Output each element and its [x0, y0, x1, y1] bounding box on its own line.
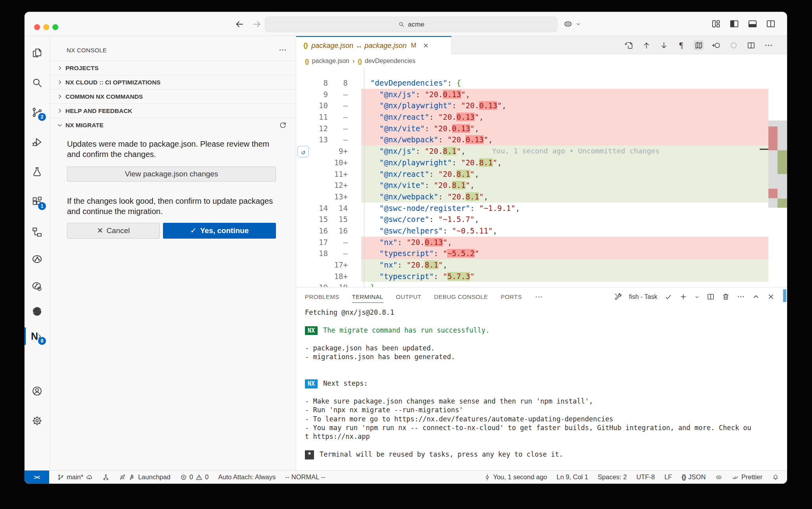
diff-line-added[interactable]: 18+ "typescript": "5.7.3" — [296, 271, 787, 282]
sidebar-section-common-commands[interactable]: COMMON NX COMMANDS — [50, 89, 296, 103]
diff-line-removed[interactable]: 11— "@nx/react": "20.0.13", — [296, 111, 787, 123]
panel-tab-ports[interactable]: PORTS — [501, 287, 522, 306]
tab-package-json-diff[interactable]: {} package.json ↔ package.json M — [296, 36, 452, 54]
diff-line-added[interactable]: 10+ "@nx/playwright": "20.8.1", — [296, 157, 787, 168]
diff-line-removed[interactable]: 18— "typescript": "~5.5.2" — [296, 248, 787, 259]
breadcrumb-symbol[interactable]: devDependencies — [365, 57, 416, 65]
diff-line-added[interactable]: 17+ "nx": "20.8.1", — [296, 259, 787, 271]
status-item-copilot-status[interactable] — [715, 474, 722, 481]
sidebar-section-nx-migrate[interactable]: NX MIGRATE — [50, 118, 296, 132]
close-panel-icon[interactable] — [767, 293, 775, 301]
sidebar-section-help-feedback[interactable]: HELP AND FEEDBACK — [50, 103, 296, 118]
status-item-auto-attach[interactable]: Auto Attach: Always — [218, 473, 276, 481]
diff-line-context[interactable]: 88 "devDependencies": { — [296, 77, 787, 89]
cancel-button[interactable]: ✕ Cancel — [67, 223, 160, 239]
diff-line-removed[interactable]: 12— "@nx/vite": "20.0.13", — [296, 123, 787, 134]
activity-bar-item-search[interactable] — [27, 73, 46, 92]
activity-bar-item-gitlens[interactable] — [27, 277, 46, 296]
activity-bar-item-settings[interactable] — [27, 411, 46, 430]
sidebar-section-projects[interactable]: PROJECTS — [50, 61, 296, 75]
toggle-inline-view-icon[interactable] — [693, 40, 704, 50]
status-item-eol[interactable]: LF — [665, 473, 672, 481]
status-item-launchpad[interactable]: Launchpad — [119, 473, 170, 481]
terminal-dropdown-icon[interactable] — [694, 294, 700, 300]
status-item-formatter[interactable]: Prettier — [732, 473, 762, 481]
revert-file-icon[interactable] — [711, 40, 721, 50]
status-item-vim-mode[interactable]: -- NORMAL -- — [285, 473, 325, 481]
maximize-panel-icon[interactable] — [752, 293, 760, 301]
forward-icon[interactable] — [252, 19, 262, 29]
diff-line-context[interactable]: 1515 "@swc/core": "~1.5.7", — [296, 214, 787, 225]
terminal-scrollbar[interactable] — [783, 289, 786, 302]
new-terminal-icon[interactable] — [679, 293, 688, 301]
status-item-language-mode[interactable]: {}JSON — [682, 473, 706, 481]
diff-line-added[interactable]: 11+ "@nx/react": "20.8.1", — [296, 168, 787, 180]
diff-line-context[interactable]: 1919 }, — [296, 282, 787, 287]
customize-layout-icon[interactable] — [711, 19, 721, 29]
status-item-notifications[interactable] — [772, 474, 779, 481]
activity-bar-item-hierarchy[interactable] — [27, 222, 46, 241]
activity-bar-item-source-control[interactable]: 2 — [27, 103, 46, 122]
zoom-window-button[interactable] — [52, 24, 58, 30]
diff-line-added[interactable]: 12+ "@nx/vite": "20.8.1", — [296, 180, 787, 191]
toggle-secondary-sidebar-icon[interactable] — [766, 19, 776, 29]
close-window-button[interactable] — [34, 24, 40, 30]
more-actions-icon[interactable] — [278, 46, 287, 54]
terminal-instance-label[interactable]: fish - Task — [629, 293, 657, 300]
activity-bar-item-testing[interactable] — [27, 162, 46, 181]
panel-tab-problems[interactable]: PROBLEMS — [305, 287, 339, 306]
status-item-blame-status[interactable]: You, 1 second ago — [484, 473, 547, 481]
diff-line-added[interactable]: 9+ "@nx/js": "20.8.1",You, 1 second ago … — [296, 145, 787, 157]
view-package-json-changes-button[interactable]: View package.json changes — [67, 166, 276, 182]
diff-line-removed[interactable]: 13— "@nx/webpack": "20.0.13", — [296, 134, 787, 145]
diff-line-added[interactable]: 13+ "@nx/webpack": "20.8.1", — [296, 191, 787, 203]
panel-tabs-more-icon[interactable] — [534, 293, 543, 301]
minimize-window-button[interactable] — [43, 24, 49, 30]
sidebar-section-nx-cloud[interactable]: NX CLOUD :: CI OPTIMIZATIONS — [50, 75, 296, 89]
refresh-icon[interactable] — [279, 121, 287, 129]
diff-line-removed[interactable]: 9— "@nx/js": "20.0.13", — [296, 89, 787, 100]
breadcrumb-file[interactable]: package.json — [312, 57, 349, 65]
yes-continue-button[interactable]: ✓ Yes, continue — [163, 223, 276, 239]
close-tab-icon[interactable] — [422, 42, 429, 49]
split-editor-icon[interactable] — [746, 40, 756, 50]
previous-change-icon[interactable] — [641, 40, 651, 50]
activity-bar-item-nx-console[interactable]: N8 — [27, 327, 46, 346]
panel-more-actions-icon[interactable] — [737, 293, 745, 301]
toggle-whitespace-icon[interactable]: ¶ — [676, 40, 686, 50]
split-terminal-icon[interactable] — [707, 293, 715, 301]
diff-line-removed[interactable]: 10— "@nx/playwright": "20.0.13", — [296, 100, 787, 111]
toggle-panel-icon[interactable] — [747, 19, 758, 29]
command-center-search[interactable]: acme — [265, 17, 557, 32]
copilot-menu[interactable] — [563, 19, 581, 29]
breadcrumb[interactable]: {} package.json › {} devDependencies — [296, 54, 787, 68]
toggle-primary-sidebar-icon[interactable] — [729, 19, 739, 29]
activity-bar-item-run-and-debug[interactable] — [27, 132, 46, 151]
editor-more-actions-icon[interactable] — [763, 40, 774, 50]
back-icon[interactable] — [235, 19, 244, 29]
overview-ruler[interactable] — [768, 100, 787, 287]
diff-line-context[interactable]: 1616 "@swc/helpers": "~0.5.11", — [296, 225, 787, 237]
kill-terminal-icon[interactable] — [722, 293, 730, 301]
panel-tab-debug-console[interactable]: DEBUG CONSOLE — [434, 287, 488, 306]
revert-block-icon[interactable]: ↺ — [297, 146, 309, 157]
panel-tab-terminal[interactable]: TERMINAL — [352, 287, 383, 306]
terminal[interactable]: Fetching @nx/js@20.8.1 NXThe migrate com… — [305, 308, 775, 470]
status-item-problems[interactable]: 00 — [180, 473, 209, 481]
activity-bar-item-extensions[interactable]: 1 — [27, 192, 46, 211]
status-item-git-graph[interactable] — [102, 474, 109, 481]
activity-bar-item-accounts[interactable] — [27, 381, 46, 400]
remote-indicator[interactable]: >< — [25, 471, 49, 484]
status-item-cursor-position[interactable]: Ln 9, Col 1 — [557, 473, 588, 481]
status-item-git-branch[interactable]: main* — [57, 473, 93, 481]
next-change-icon[interactable] — [659, 40, 669, 50]
swap-sides-icon[interactable] — [624, 40, 634, 50]
activity-bar-item-nx-cloud[interactable] — [27, 302, 46, 321]
status-item-indentation[interactable]: Spaces: 2 — [598, 473, 627, 481]
diff-editor[interactable]: 88 "devDependencies": {9— "@nx/js": "20.… — [296, 68, 787, 287]
panel-tab-output[interactable]: OUTPUT — [396, 287, 421, 306]
diff-line-context[interactable]: 1414 "@swc-node/register": "~1.9.1", — [296, 203, 787, 214]
activity-bar-item-git-graph[interactable] — [27, 249, 46, 268]
diff-line-removed[interactable]: 17— "nx": "20.0.13", — [296, 237, 787, 248]
status-item-encoding[interactable]: UTF-8 — [636, 473, 655, 481]
